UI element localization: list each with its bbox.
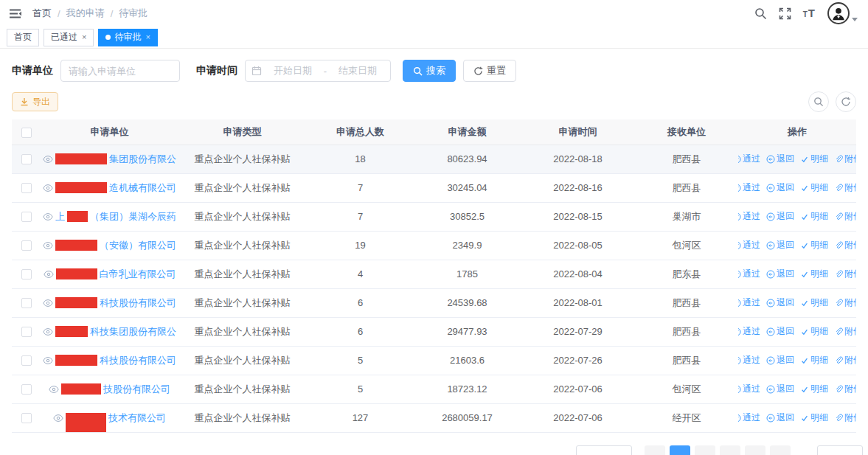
company-name-text: （安徽）有限公司: [100, 239, 176, 252]
action-return-link[interactable]: 退回: [766, 383, 794, 395]
page-button[interactable]: [720, 445, 740, 455]
company-link[interactable]: 技股份有限公司: [43, 383, 176, 396]
user-avatar[interactable]: [827, 2, 850, 24]
action-approve-link[interactable]: 通过: [738, 383, 760, 395]
company-link[interactable]: 白帝乳业有限公司: [43, 268, 176, 281]
unit-input[interactable]: [60, 60, 180, 82]
company-link[interactable]: 造机械有限公司: [43, 181, 176, 195]
close-icon[interactable]: ×: [82, 33, 86, 41]
toggle-search-button[interactable]: [808, 91, 829, 112]
action-detail-link[interactable]: 明细: [800, 411, 828, 424]
company-link[interactable]: 上（集团）巢湖今辰药: [43, 210, 176, 223]
action-return-link[interactable]: 退回: [766, 268, 794, 280]
action-return-link[interactable]: 退回: [766, 325, 794, 338]
row-checkbox[interactable]: [21, 269, 32, 279]
row-checkbox[interactable]: [21, 298, 32, 308]
redaction-block: [55, 153, 107, 164]
action-detail-link[interactable]: 明细: [800, 210, 828, 223]
page-button[interactable]: [745, 445, 765, 455]
action-return-link[interactable]: 退回: [766, 296, 794, 309]
action-approve-link[interactable]: 通过: [738, 153, 760, 165]
action-return-link[interactable]: 退回: [766, 181, 794, 194]
tab-approved[interactable]: 已通过 ×: [44, 29, 94, 46]
company-link[interactable]: 科技集团股份有限公: [43, 325, 176, 338]
action-attach-link[interactable]: 附件: [834, 181, 856, 194]
company-link[interactable]: 集团股份有限公: [43, 153, 176, 166]
apply-type-cell: 重点企业个人社保补贴: [178, 173, 307, 202]
collapse-menu-icon[interactable]: [9, 8, 22, 19]
action-attach-link[interactable]: 附件: [834, 268, 856, 280]
end-date-placeholder[interactable]: 结束日期: [331, 64, 384, 77]
row-checkbox[interactable]: [21, 240, 32, 251]
refresh-table-button[interactable]: [836, 91, 856, 112]
row-checkbox[interactable]: [21, 212, 32, 222]
company-link[interactable]: 技术有限公司: [43, 409, 176, 428]
action-return-link[interactable]: 退回: [766, 239, 794, 251]
page-button[interactable]: [695, 445, 715, 455]
font-size-icon[interactable]: TT: [803, 7, 816, 20]
action-approve-link[interactable]: 通过: [738, 239, 760, 251]
search-icon[interactable]: [754, 7, 767, 20]
receiver-cell: 巢湖市: [635, 202, 738, 231]
close-icon[interactable]: ×: [145, 33, 150, 41]
action-detail-link[interactable]: 明细: [800, 354, 828, 367]
action-attach-link[interactable]: 附件: [834, 239, 856, 251]
action-attach-link[interactable]: 附件: [834, 153, 856, 165]
action-attach-link[interactable]: 附件: [834, 411, 856, 424]
eye-icon: [49, 385, 59, 394]
action-detail-link[interactable]: 明细: [800, 181, 828, 194]
export-button[interactable]: 导出: [12, 92, 58, 111]
action-approve-link[interactable]: 通过: [738, 210, 760, 223]
action-approve-link[interactable]: 通过: [738, 268, 760, 280]
action-detail-link[interactable]: 明细: [800, 296, 828, 309]
row-checkbox[interactable]: [21, 355, 32, 366]
tab-home[interactable]: 首页: [7, 29, 39, 46]
action-return-link[interactable]: 退回: [766, 153, 794, 165]
action-attach-link[interactable]: 附件: [834, 354, 856, 367]
action-return-link[interactable]: 退回: [766, 354, 794, 367]
select-all-checkbox[interactable]: [21, 128, 32, 138]
action-return-link[interactable]: 退回: [766, 411, 794, 424]
row-checkbox[interactable]: [21, 154, 32, 164]
action-approve-link[interactable]: 通过: [738, 325, 760, 338]
amount-cell: 18723.12: [414, 375, 521, 403]
action-attach-link[interactable]: 附件: [834, 210, 856, 223]
search-icon: [813, 97, 824, 107]
start-date-placeholder[interactable]: 开始日期: [266, 64, 319, 77]
search-button[interactable]: 搜索: [403, 60, 456, 82]
date-range-picker[interactable]: 开始日期 - 结束日期: [245, 60, 391, 82]
action-return-link[interactable]: 退回: [766, 210, 794, 223]
action-approve-link[interactable]: 通过: [738, 181, 760, 194]
action-attach-link[interactable]: 附件: [834, 383, 856, 395]
reset-button[interactable]: 重置: [463, 60, 516, 82]
user-menu[interactable]: [827, 2, 858, 24]
action-detail-link[interactable]: 明细: [800, 153, 828, 165]
page-size-select[interactable]: [576, 445, 632, 455]
tab-pending[interactable]: 待审批 ×: [98, 29, 157, 46]
page-jump-input[interactable]: [817, 445, 863, 455]
action-detail-link[interactable]: 明细: [800, 383, 828, 395]
prev-page-button[interactable]: [645, 445, 665, 455]
company-link[interactable]: 科技股份有限公司: [43, 296, 176, 310]
action-attach-link[interactable]: 附件: [834, 296, 856, 309]
action-approve-link[interactable]: 通过: [738, 354, 760, 367]
page-button[interactable]: [770, 445, 791, 455]
action-detail-link[interactable]: 明细: [800, 268, 828, 280]
row-checkbox[interactable]: [21, 183, 32, 193]
action-detail-link[interactable]: 明细: [800, 325, 828, 338]
row-checkbox[interactable]: [21, 413, 32, 423]
company-link[interactable]: （安徽）有限公司: [43, 239, 176, 252]
row-checkbox[interactable]: [21, 327, 32, 337]
fullscreen-icon[interactable]: [779, 7, 791, 20]
people-count-cell: 7: [307, 202, 414, 231]
action-approve-link[interactable]: 通过: [738, 411, 760, 424]
action-attach-link[interactable]: 附件: [834, 325, 856, 338]
page-button-active[interactable]: [670, 445, 690, 455]
action-detail-link[interactable]: 明细: [800, 239, 828, 251]
apply-type-cell: 重点企业个人社保补贴: [178, 202, 307, 231]
breadcrumb-home[interactable]: 首页: [32, 7, 52, 20]
row-checkbox[interactable]: [21, 384, 32, 395]
company-link[interactable]: 科技股份有限公司: [43, 354, 176, 367]
unit-label: 申请单位: [12, 64, 53, 77]
action-approve-link[interactable]: 通过: [738, 296, 760, 309]
